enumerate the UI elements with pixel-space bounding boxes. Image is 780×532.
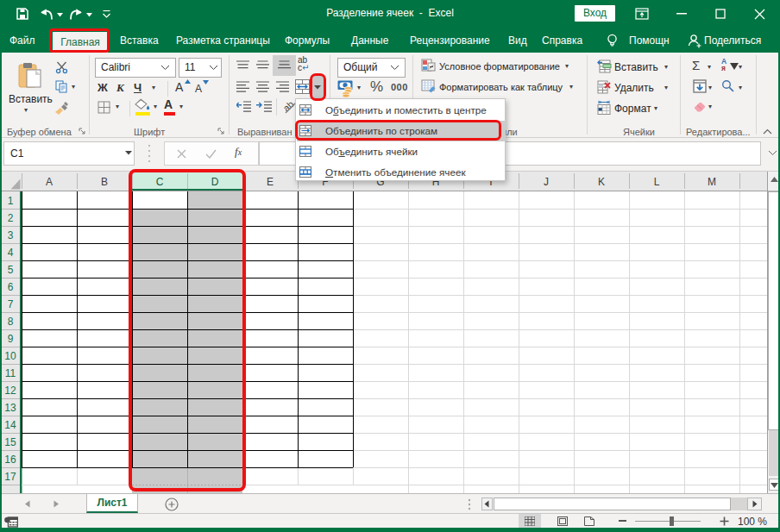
svg-text:B: B <box>101 176 108 188</box>
svg-text:6: 6 <box>8 281 14 293</box>
svg-text:13: 13 <box>4 402 16 414</box>
svg-text:M: M <box>708 176 716 188</box>
svg-text:12: 12 <box>4 385 16 397</box>
svg-text:L: L <box>654 176 660 188</box>
svg-text:17: 17 <box>4 471 16 483</box>
svg-text:J: J <box>544 176 549 188</box>
svg-text:4: 4 <box>8 247 14 259</box>
svg-text:15: 15 <box>4 436 16 448</box>
svg-text:8: 8 <box>8 316 14 328</box>
svg-text:E: E <box>267 176 274 188</box>
svg-text:14: 14 <box>4 419 16 431</box>
svg-text:11: 11 <box>5 367 16 379</box>
svg-text:2: 2 <box>8 212 14 224</box>
svg-text:K: K <box>598 176 605 188</box>
svg-text:3: 3 <box>8 229 14 241</box>
svg-text:9: 9 <box>8 333 14 345</box>
svg-text:7: 7 <box>8 298 14 310</box>
svg-text:5: 5 <box>8 264 14 276</box>
svg-text:1: 1 <box>8 195 14 207</box>
svg-text:10: 10 <box>4 350 16 362</box>
svg-text:A: A <box>46 176 53 188</box>
svg-text:16: 16 <box>4 454 16 466</box>
